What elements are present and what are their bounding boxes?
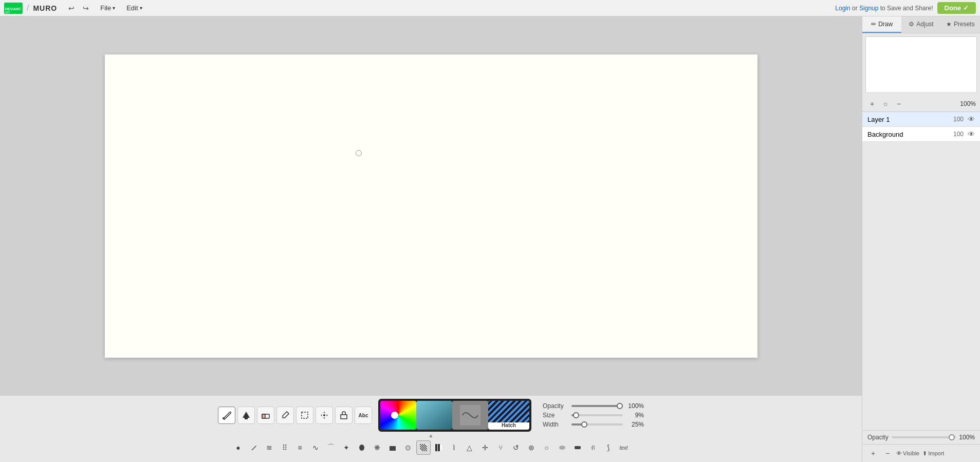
feather-brush-button[interactable]: ✦ bbox=[339, 440, 354, 455]
layer-opacity-display: 100% bbox=[960, 100, 976, 107]
wave-brush-button[interactable]: ≋ bbox=[262, 440, 276, 455]
svg-point-13 bbox=[359, 445, 364, 451]
global-opacity-slider[interactable] bbox=[892, 436, 956, 438]
global-opacity-label: Opacity bbox=[867, 434, 889, 441]
layers-list: Layer 1 100 👁 Background 100 👁 bbox=[862, 112, 980, 271]
lines-brush-button[interactable]: ≡ bbox=[293, 440, 307, 455]
move-tool-button[interactable] bbox=[316, 406, 333, 424]
text2-button[interactable]: text bbox=[617, 440, 631, 455]
width-setting-value: 25% bbox=[626, 421, 644, 428]
undo-redo-group: ↩ ↪ bbox=[65, 2, 92, 14]
secondary-tools-row: ● ≋ ⠿ ≡ ∿ ⌒ ✦ ❋ ⊙ bbox=[231, 440, 631, 455]
opacity-slider-track bbox=[571, 405, 623, 407]
visible-icon: 👁 bbox=[896, 450, 902, 456]
cross-brush-button[interactable]: ✛ bbox=[478, 440, 492, 455]
layer1-opacity: 100 bbox=[953, 116, 964, 123]
pencil-button[interactable] bbox=[247, 440, 261, 455]
edit-menu-button[interactable]: Edit ▾ bbox=[123, 3, 145, 13]
stamp-tool-button[interactable] bbox=[335, 406, 353, 424]
eyedropper-tool-button[interactable] bbox=[276, 406, 294, 424]
global-opacity-slider-thumb[interactable] bbox=[949, 434, 955, 440]
opacity-setting-label: Opacity bbox=[543, 402, 568, 410]
dots-brush-button[interactable]: ⠿ bbox=[278, 440, 292, 455]
circle-brush-button[interactable]: ● bbox=[231, 440, 246, 455]
tab-adjust[interactable]: ⚙ Adjust bbox=[901, 16, 940, 33]
brush-tool-button[interactable] bbox=[218, 406, 235, 424]
broken-line-button[interactable]: ⌇ bbox=[447, 440, 461, 455]
size-slider[interactable] bbox=[571, 414, 623, 416]
swirl-brush-button[interactable]: ↺ bbox=[509, 440, 523, 455]
bottom-add-button[interactable]: + bbox=[867, 448, 879, 459]
hatch-brush-swatch[interactable]: Hatch bbox=[488, 401, 529, 430]
svg-rect-14 bbox=[390, 446, 396, 451]
hatch-active-button[interactable] bbox=[416, 440, 431, 455]
svg-text:ART: ART bbox=[5, 11, 10, 14]
tab-draw[interactable]: ✏ Draw bbox=[862, 16, 901, 33]
expand-arrow[interactable]: ▲ bbox=[429, 433, 434, 438]
layer-item-background[interactable]: Background 100 👁 bbox=[862, 127, 980, 142]
visible-button[interactable]: 👁 Visible bbox=[896, 450, 919, 456]
hatch-pattern-preview bbox=[488, 401, 529, 422]
bottom-remove-button[interactable]: − bbox=[882, 448, 893, 459]
background-visibility-toggle[interactable]: 👁 bbox=[968, 130, 975, 138]
svg-text:DEVIANT: DEVIANT bbox=[5, 7, 21, 11]
svg-rect-22 bbox=[435, 444, 437, 451]
canvas-area: Abc Hatch bbox=[0, 16, 862, 462]
triangle-brush-button[interactable]: △ bbox=[463, 440, 477, 455]
hard-brush-button[interactable] bbox=[570, 440, 585, 455]
width-slider-thumb[interactable] bbox=[581, 421, 587, 428]
import-button[interactable]: ⬆ Import bbox=[922, 450, 944, 457]
svg-point-3 bbox=[223, 417, 225, 419]
login-link[interactable]: Login bbox=[835, 5, 850, 12]
add-layer-button[interactable]: + bbox=[866, 98, 878, 109]
opacity-slider[interactable] bbox=[571, 405, 623, 407]
done-button[interactable]: Done ✓ bbox=[937, 2, 976, 14]
svg-rect-7 bbox=[262, 414, 265, 418]
web-brush-button[interactable]: ⊛ bbox=[524, 440, 539, 455]
circle-outline-button[interactable]: ○ bbox=[540, 440, 554, 455]
drawing-canvas[interactable] bbox=[105, 54, 757, 358]
fork-brush-button[interactable]: ⑂ bbox=[493, 440, 508, 455]
select-rect-tool-button[interactable] bbox=[296, 406, 313, 424]
stripe-brush-button[interactable] bbox=[432, 440, 446, 455]
panel-tabs: ✏ Draw ⚙ Adjust ★ Presets bbox=[862, 16, 980, 33]
layer-controls-bar: + ○ − 100% bbox=[862, 96, 980, 112]
opacity-slider-thumb[interactable] bbox=[617, 403, 623, 409]
layer-item-layer1[interactable]: Layer 1 100 👁 bbox=[862, 112, 980, 127]
merge-layer-button[interactable]: ○ bbox=[880, 98, 891, 109]
text-tool-button[interactable]: Abc bbox=[355, 406, 372, 424]
file-menu-button[interactable]: File ▾ bbox=[97, 3, 118, 13]
svg-point-8 bbox=[282, 417, 284, 419]
fill-tool-button[interactable] bbox=[237, 406, 255, 424]
zigzag-button[interactable]: ⟆ bbox=[601, 440, 616, 455]
smear-brush-button[interactable]: ⊙ bbox=[401, 440, 415, 455]
logo-area: DEVIANT ART / MURO bbox=[4, 3, 57, 14]
canvas-container[interactable] bbox=[0, 16, 862, 395]
color-picker-swatch[interactable] bbox=[380, 401, 416, 430]
logo-separator: / bbox=[27, 4, 29, 13]
layer1-visibility-toggle[interactable]: 👁 bbox=[968, 115, 975, 123]
remove-layer-button[interactable]: − bbox=[893, 98, 904, 109]
size-slider-thumb[interactable] bbox=[573, 412, 579, 418]
presets-tab-icon: ★ bbox=[946, 21, 952, 28]
redo-button[interactable]: ↪ bbox=[80, 2, 92, 14]
signup-link[interactable]: Signup bbox=[859, 5, 878, 12]
curve-brush-button[interactable]: ∿ bbox=[308, 440, 323, 455]
background-layer-name: Background bbox=[867, 131, 953, 138]
bottom-toolbar: Abc Hatch bbox=[0, 395, 862, 462]
arc-brush-button[interactable]: ⌒ bbox=[324, 440, 338, 455]
size-setting-label: Size bbox=[543, 412, 568, 419]
splat-brush-button[interactable]: ❋ bbox=[370, 440, 384, 455]
soft-brush-button[interactable] bbox=[555, 440, 569, 455]
stamp2-brush-button[interactable] bbox=[385, 440, 400, 455]
topbar: DEVIANT ART / MURO ↩ ↪ File ▾ Edit ▾ Log… bbox=[0, 0, 980, 16]
width-slider[interactable] bbox=[571, 423, 623, 426]
brush-texture-swatch[interactable] bbox=[452, 401, 488, 430]
eraser-tool-button[interactable] bbox=[257, 406, 274, 424]
opacity-gradient-swatch[interactable] bbox=[416, 401, 452, 430]
squiggle-button[interactable]: ꟗ bbox=[586, 440, 600, 455]
blob-brush-button[interactable] bbox=[355, 440, 369, 455]
tab-presets[interactable]: ★ Presets bbox=[941, 16, 980, 33]
draw-tab-icon: ✏ bbox=[871, 21, 876, 28]
undo-button[interactable]: ↩ bbox=[65, 2, 78, 14]
